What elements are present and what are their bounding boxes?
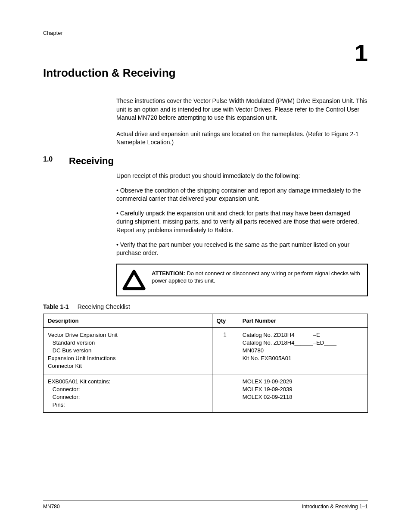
table-caption-text: Receiving Checklist [78, 303, 130, 310]
page: Chapter 1 Introduction & Receiving These… [0, 0, 411, 532]
table-header-part: Part Number [238, 314, 367, 327]
section-number: 1.0 [43, 156, 69, 163]
section-intro: Upon receipt of this product you should … [116, 172, 368, 180]
receiving-table: Description Qty Part Number Vector Drive… [43, 314, 368, 413]
table-cell-qty [212, 374, 238, 413]
attention-text: ATTENTION: Do not connect or disconnect … [152, 270, 360, 285]
footer-right: Introduction & Receiving 1–1 [302, 504, 368, 510]
table-caption: Table 1-1 Receiving Checklist [43, 303, 368, 310]
table-cell-description: EXB005A01 Kit contains: Connector: Conne… [44, 374, 212, 413]
section-title: Receiving [69, 156, 114, 167]
chapter-label: Chapter [43, 30, 368, 36]
intro-paragraph-1: These instructions cover the Vector Puls… [116, 97, 368, 122]
section-heading: 1.0 Receiving [43, 156, 368, 167]
section-bullet-3: • Verify that the part number you receiv… [116, 241, 368, 258]
footer-left: MN780 [43, 504, 60, 510]
table-header-row: Description Qty Part Number [44, 314, 368, 327]
intro-paragraph-2: Actual drive and expansion unit ratings … [116, 130, 368, 147]
attention-box: ATTENTION: Do not connect or disconnect … [116, 264, 368, 296]
table-header-description: Description [44, 314, 212, 327]
attention-label: ATTENTION: [152, 270, 185, 277]
chapter-title: Introduction & Receiving [43, 66, 368, 80]
table-row: EXB005A01 Kit contains: Connector: Conne… [44, 374, 368, 413]
table-header-qty: Qty [212, 314, 238, 327]
page-footer: MN780 Introduction & Receiving 1–1 [43, 501, 368, 510]
table-cell-part: MOLEX 19-09-2029 MOLEX 19-09-2039 MOLEX … [238, 374, 367, 413]
chapter-number: 1 [355, 39, 368, 67]
table-cell-part: Catalog No. ZD18H4______–E____ Catalog N… [238, 327, 367, 374]
section-bullet-2: • Carefully unpack the expansion unit an… [116, 209, 368, 235]
section-bullet-1: • Observe the condition of the shipping … [116, 187, 368, 203]
table-cell-qty: 1 [212, 327, 238, 374]
table-caption-label: Table 1-1 [43, 303, 69, 310]
warning-triangle-icon [122, 270, 146, 290]
table-cell-description: Vector Drive Expansion Unit Standard ver… [44, 327, 212, 374]
table-row: Vector Drive Expansion Unit Standard ver… [44, 327, 368, 374]
